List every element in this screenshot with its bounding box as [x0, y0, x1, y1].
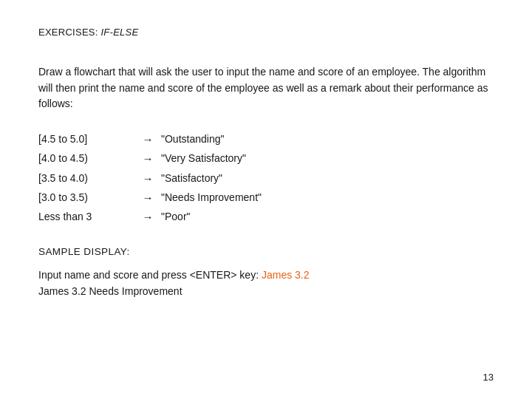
- range-arrow: →: [134, 188, 161, 208]
- sample-display-body: Input name and score and press <ENTER> k…: [38, 267, 494, 299]
- range-arrow: →: [134, 169, 161, 188]
- range-arrow: →: [134, 149, 161, 168]
- range-remark: "Poor": [161, 208, 262, 227]
- range-arrow: →: [134, 208, 161, 227]
- range-label: Less than 3: [38, 208, 134, 227]
- range-row: Less than 3→"Poor": [38, 208, 262, 227]
- sample-line2: James 3.2 Needs Improvement: [38, 284, 494, 300]
- range-row: [3.0 to 3.5)→"Needs Improvement": [38, 188, 262, 208]
- range-label: [4.0 to 4.5): [38, 149, 134, 168]
- page-number: 13: [483, 372, 494, 383]
- sample-line1-prefix: Input name and score and press <ENTER> k…: [38, 269, 262, 281]
- range-remark: "Satisfactory": [161, 169, 262, 188]
- sample-line1: Input name and score and press <ENTER> k…: [38, 267, 494, 284]
- page: EXERCISES: IF-ELSE Draw a flowchart that…: [0, 0, 532, 399]
- sample-line1-highlight: James 3.2: [262, 269, 310, 281]
- header-title: IF-ELSE: [101, 27, 139, 38]
- range-row: [4.5 to 5.0]→"Outstanding": [38, 130, 262, 149]
- range-remark: "Very Satisfactory": [161, 149, 262, 168]
- range-arrow: →: [134, 130, 161, 149]
- range-label: [3.5 to 4.0): [38, 169, 134, 188]
- sample-display-header: SAMPLE DISPLAY:: [38, 246, 494, 257]
- range-row: [3.5 to 4.0)→"Satisfactory": [38, 169, 262, 188]
- header-prefix: EXERCISES:: [38, 27, 101, 38]
- range-remark: "Needs Improvement": [161, 188, 262, 208]
- range-row: [4.0 to 4.5)→"Very Satisfactory": [38, 149, 262, 168]
- range-label: [4.5 to 5.0]: [38, 130, 134, 149]
- range-label: [3.0 to 3.5): [38, 188, 134, 208]
- header: EXERCISES: IF-ELSE: [38, 27, 494, 38]
- range-remark: "Outstanding": [161, 130, 262, 149]
- description-text: Draw a flowchart that will ask the user …: [38, 64, 494, 112]
- range-table: [4.5 to 5.0]→"Outstanding"[4.0 to 4.5)→"…: [38, 130, 262, 227]
